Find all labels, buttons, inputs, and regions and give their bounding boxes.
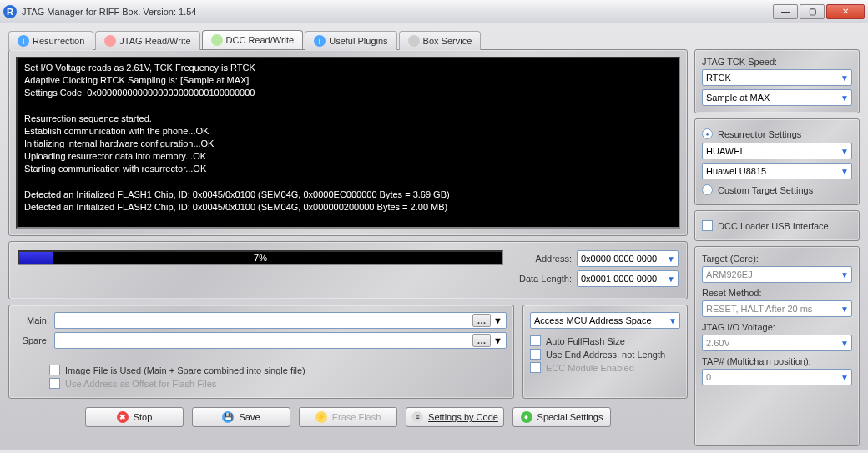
console-log[interactable]: Set I/O Voltage reads as 2.61V, TCK Freq… [16,57,680,229]
tab-label: JTAG Read/Write [119,36,190,46]
checkbox-icon [49,378,60,389]
address-field[interactable]: 0x0000 0000 0000 ▼ [577,250,679,267]
tck-speed-dropdown[interactable]: RTCK ▼ [702,69,852,86]
chevron-down-icon: ▼ [840,93,849,103]
tab-label: Box Service [423,36,472,46]
tab-label: Resurrection [33,36,84,46]
window-title: JTAG Manager for RIFF Box. Version: 1.54 [22,7,773,17]
chevron-down-icon: ▼ [840,167,849,176]
brand-dropdown[interactable]: HUAWEI ▼ [702,143,852,159]
browse-button[interactable]: … [472,334,491,347]
chevron-down-icon: ▼ [840,270,849,279]
chevron-down-icon: ▼ [840,373,849,382]
info-icon: i [314,35,326,47]
chevron-down-icon: ▼ [493,335,502,345]
status-bar: Reading at 0x0000141A0000 Estimated Time… [0,450,868,453]
chip-icon [104,35,116,47]
chevron-down-icon: ▼ [840,73,849,83]
auto-fullflash-checkbox[interactable]: Auto FullFlash Size [530,335,680,346]
spare-file-input[interactable]: … ▼ [54,332,507,349]
gear-icon [408,35,420,47]
checkbox-icon [49,365,60,375]
stop-button[interactable]: ✖ Stop [85,407,184,427]
progress-bar: 7% [18,250,503,265]
reset-method-label: Reset Method: [702,288,852,298]
maximize-button[interactable]: ▢ [800,4,825,19]
target-core-label: Target (Core): [702,254,852,264]
tck-sample-dropdown[interactable]: Sample at MAX ▼ [702,89,852,106]
checkbox-icon [530,362,541,373]
chevron-down-icon: ▼ [840,339,849,348]
custom-target-radio[interactable]: Custom Target Settings [702,184,852,195]
gear-icon: ● [521,411,532,423]
chevron-down-icon: ▼ [667,254,675,264]
save-button[interactable]: 💾 Save [192,407,290,427]
use-addr-offset-checkbox: Use Address as Offset for Flash Files [49,378,507,389]
stop-icon: ✖ [117,411,129,423]
tab-bar: i Resurrection JTAG Read/Write DCC Read/… [0,23,868,49]
progress-text: 7% [19,252,502,264]
ecc-enabled-checkbox: ECC Module Enabled [530,362,680,373]
address-label: Address: [513,254,572,264]
settings-by-code-button[interactable]: ≡ Settings by Code [406,407,504,427]
special-settings-button[interactable]: ● Special Settings [512,407,611,427]
io-voltage-label: JTAG I/O Voltage: [702,322,852,332]
checkbox-icon [702,220,713,231]
tck-speed-label: JTAG TCK Speed: [702,57,852,67]
spare-file-label: Spare: [16,335,49,345]
chevron-down-icon: ▼ [493,315,502,325]
dcc-loader-checkbox[interactable]: DCC Loader USB Interface [702,220,852,231]
chevron-down-icon: ▼ [667,274,675,284]
model-dropdown[interactable]: Huawei U8815 ▼ [702,163,852,179]
erase-icon: ⚡ [315,411,327,423]
save-icon: 💾 [222,411,234,423]
data-length-field[interactable]: 0x0001 0000 0000 ▼ [577,270,679,287]
chevron-down-icon: ▼ [840,147,849,156]
app-icon: R [3,5,17,18]
tap-dropdown: 0 ▼ [702,369,852,385]
tab-plugins[interactable]: i Useful Plugins [305,31,396,50]
close-button[interactable]: ✕ [826,4,865,19]
minimize-button[interactable]: — [773,4,798,19]
tap-label: TAP# (Multichain position): [702,356,852,366]
browse-button[interactable]: … [472,314,491,327]
titlebar: R JTAG Manager for RIFF Box. Version: 1.… [0,0,868,23]
chip-icon [211,34,223,46]
checkbox-icon [530,349,541,360]
access-mode-dropdown[interactable]: Access MCU Address Space ▼ [530,312,680,329]
io-voltage-dropdown: 2.60V ▼ [702,335,852,351]
data-length-label: Data Length: [513,274,572,284]
use-end-addr-checkbox[interactable]: Use End Address, not Length [530,349,680,360]
main-file-label: Main: [16,315,49,325]
tab-dcc-rw[interactable]: DCC Read/Write [202,30,304,49]
image-file-used-checkbox[interactable]: Image File is Used (Main + Spare combine… [49,365,507,375]
tab-jtag-rw[interactable]: JTAG Read/Write [95,31,199,50]
radio-icon [702,128,713,139]
radio-icon [702,184,713,195]
info-icon: i [18,35,29,47]
chevron-down-icon: ▼ [669,316,677,325]
main-file-input[interactable]: … ▼ [54,312,507,329]
erase-flash-button: ⚡ Erase Flash [299,407,397,427]
tab-resurrection[interactable]: i Resurrection [8,31,93,50]
tab-box-service[interactable]: Box Service [399,31,482,50]
resurrector-settings-radio[interactable]: Resurrector Settings [702,128,852,139]
chevron-down-icon: ▼ [840,305,849,314]
target-core-dropdown: ARM926EJ ▼ [702,266,852,283]
reset-method-dropdown: RESET, HALT After 20 ms ▼ [702,300,852,317]
list-icon: ≡ [411,411,423,423]
checkbox-icon [530,335,541,346]
tab-label: Useful Plugins [329,36,387,46]
tab-label: DCC Read/Write [226,35,295,45]
